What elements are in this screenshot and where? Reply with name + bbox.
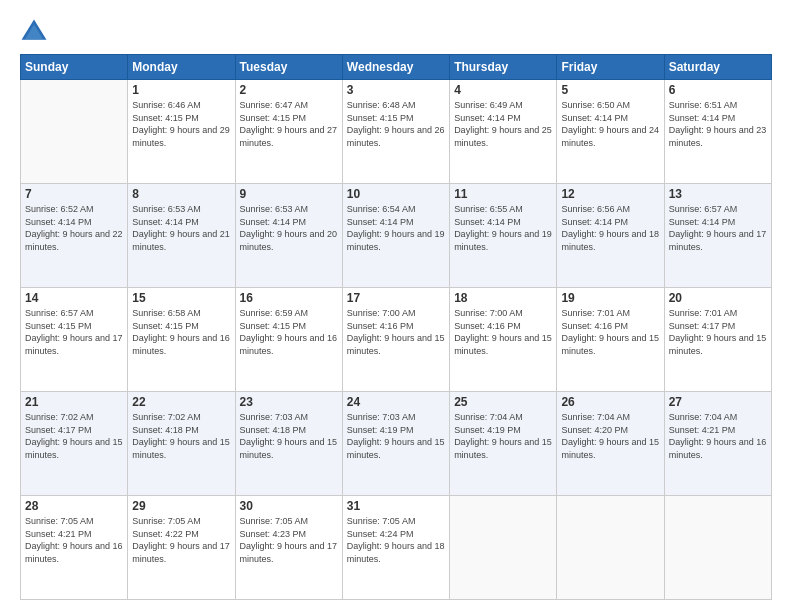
weekday-header-friday: Friday xyxy=(557,55,664,80)
day-number: 28 xyxy=(25,499,123,513)
calendar-cell: 13Sunrise: 6:57 AMSunset: 4:14 PMDayligh… xyxy=(664,184,771,288)
day-number: 14 xyxy=(25,291,123,305)
weekday-header-thursday: Thursday xyxy=(450,55,557,80)
calendar-header: SundayMondayTuesdayWednesdayThursdayFrid… xyxy=(21,55,772,80)
day-info: Sunrise: 6:55 AMSunset: 4:14 PMDaylight:… xyxy=(454,203,552,253)
calendar-page: SundayMondayTuesdayWednesdayThursdayFrid… xyxy=(0,0,792,612)
day-number: 19 xyxy=(561,291,659,305)
day-number: 26 xyxy=(561,395,659,409)
calendar-table: SundayMondayTuesdayWednesdayThursdayFrid… xyxy=(20,54,772,600)
day-number: 6 xyxy=(669,83,767,97)
day-info: Sunrise: 6:52 AMSunset: 4:14 PMDaylight:… xyxy=(25,203,123,253)
calendar-cell: 23Sunrise: 7:03 AMSunset: 4:18 PMDayligh… xyxy=(235,392,342,496)
day-number: 23 xyxy=(240,395,338,409)
day-info: Sunrise: 7:05 AMSunset: 4:23 PMDaylight:… xyxy=(240,515,338,565)
calendar-cell: 30Sunrise: 7:05 AMSunset: 4:23 PMDayligh… xyxy=(235,496,342,600)
calendar-cell: 6Sunrise: 6:51 AMSunset: 4:14 PMDaylight… xyxy=(664,80,771,184)
day-info: Sunrise: 7:05 AMSunset: 4:22 PMDaylight:… xyxy=(132,515,230,565)
logo-icon xyxy=(20,18,48,46)
day-info: Sunrise: 6:51 AMSunset: 4:14 PMDaylight:… xyxy=(669,99,767,149)
day-info: Sunrise: 6:57 AMSunset: 4:14 PMDaylight:… xyxy=(669,203,767,253)
calendar-cell: 21Sunrise: 7:02 AMSunset: 4:17 PMDayligh… xyxy=(21,392,128,496)
day-info: Sunrise: 6:58 AMSunset: 4:15 PMDaylight:… xyxy=(132,307,230,357)
day-number: 8 xyxy=(132,187,230,201)
day-number: 1 xyxy=(132,83,230,97)
day-number: 9 xyxy=(240,187,338,201)
day-info: Sunrise: 7:04 AMSunset: 4:21 PMDaylight:… xyxy=(669,411,767,461)
calendar-cell: 16Sunrise: 6:59 AMSunset: 4:15 PMDayligh… xyxy=(235,288,342,392)
day-number: 16 xyxy=(240,291,338,305)
day-number: 17 xyxy=(347,291,445,305)
calendar-cell: 14Sunrise: 6:57 AMSunset: 4:15 PMDayligh… xyxy=(21,288,128,392)
day-number: 21 xyxy=(25,395,123,409)
calendar-cell: 11Sunrise: 6:55 AMSunset: 4:14 PMDayligh… xyxy=(450,184,557,288)
calendar-cell: 4Sunrise: 6:49 AMSunset: 4:14 PMDaylight… xyxy=(450,80,557,184)
calendar-body: 1Sunrise: 6:46 AMSunset: 4:15 PMDaylight… xyxy=(21,80,772,600)
weekday-header-tuesday: Tuesday xyxy=(235,55,342,80)
day-info: Sunrise: 7:02 AMSunset: 4:18 PMDaylight:… xyxy=(132,411,230,461)
calendar-cell: 2Sunrise: 6:47 AMSunset: 4:15 PMDaylight… xyxy=(235,80,342,184)
calendar-cell xyxy=(664,496,771,600)
calendar-cell: 26Sunrise: 7:04 AMSunset: 4:20 PMDayligh… xyxy=(557,392,664,496)
calendar-cell: 31Sunrise: 7:05 AMSunset: 4:24 PMDayligh… xyxy=(342,496,449,600)
day-info: Sunrise: 6:46 AMSunset: 4:15 PMDaylight:… xyxy=(132,99,230,149)
day-number: 15 xyxy=(132,291,230,305)
day-info: Sunrise: 7:02 AMSunset: 4:17 PMDaylight:… xyxy=(25,411,123,461)
logo xyxy=(20,18,52,46)
day-number: 4 xyxy=(454,83,552,97)
calendar-cell: 20Sunrise: 7:01 AMSunset: 4:17 PMDayligh… xyxy=(664,288,771,392)
weekday-header-saturday: Saturday xyxy=(664,55,771,80)
weekday-header-row: SundayMondayTuesdayWednesdayThursdayFrid… xyxy=(21,55,772,80)
calendar-week-row: 14Sunrise: 6:57 AMSunset: 4:15 PMDayligh… xyxy=(21,288,772,392)
calendar-cell xyxy=(557,496,664,600)
calendar-cell: 24Sunrise: 7:03 AMSunset: 4:19 PMDayligh… xyxy=(342,392,449,496)
header xyxy=(20,18,772,46)
calendar-cell: 8Sunrise: 6:53 AMSunset: 4:14 PMDaylight… xyxy=(128,184,235,288)
calendar-cell: 18Sunrise: 7:00 AMSunset: 4:16 PMDayligh… xyxy=(450,288,557,392)
weekday-header-wednesday: Wednesday xyxy=(342,55,449,80)
day-number: 22 xyxy=(132,395,230,409)
calendar-week-row: 28Sunrise: 7:05 AMSunset: 4:21 PMDayligh… xyxy=(21,496,772,600)
day-info: Sunrise: 7:03 AMSunset: 4:19 PMDaylight:… xyxy=(347,411,445,461)
day-number: 25 xyxy=(454,395,552,409)
day-info: Sunrise: 6:49 AMSunset: 4:14 PMDaylight:… xyxy=(454,99,552,149)
calendar-cell: 28Sunrise: 7:05 AMSunset: 4:21 PMDayligh… xyxy=(21,496,128,600)
calendar-cell: 12Sunrise: 6:56 AMSunset: 4:14 PMDayligh… xyxy=(557,184,664,288)
calendar-cell: 9Sunrise: 6:53 AMSunset: 4:14 PMDaylight… xyxy=(235,184,342,288)
day-info: Sunrise: 7:05 AMSunset: 4:24 PMDaylight:… xyxy=(347,515,445,565)
calendar-cell xyxy=(21,80,128,184)
day-info: Sunrise: 6:50 AMSunset: 4:14 PMDaylight:… xyxy=(561,99,659,149)
day-info: Sunrise: 7:01 AMSunset: 4:16 PMDaylight:… xyxy=(561,307,659,357)
day-info: Sunrise: 6:53 AMSunset: 4:14 PMDaylight:… xyxy=(240,203,338,253)
day-info: Sunrise: 6:53 AMSunset: 4:14 PMDaylight:… xyxy=(132,203,230,253)
day-number: 10 xyxy=(347,187,445,201)
calendar-cell: 7Sunrise: 6:52 AMSunset: 4:14 PMDaylight… xyxy=(21,184,128,288)
day-info: Sunrise: 6:54 AMSunset: 4:14 PMDaylight:… xyxy=(347,203,445,253)
calendar-cell: 25Sunrise: 7:04 AMSunset: 4:19 PMDayligh… xyxy=(450,392,557,496)
day-info: Sunrise: 7:00 AMSunset: 4:16 PMDaylight:… xyxy=(347,307,445,357)
day-number: 3 xyxy=(347,83,445,97)
weekday-header-sunday: Sunday xyxy=(21,55,128,80)
day-number: 30 xyxy=(240,499,338,513)
weekday-header-monday: Monday xyxy=(128,55,235,80)
day-number: 27 xyxy=(669,395,767,409)
calendar-cell: 27Sunrise: 7:04 AMSunset: 4:21 PMDayligh… xyxy=(664,392,771,496)
day-number: 5 xyxy=(561,83,659,97)
calendar-cell: 29Sunrise: 7:05 AMSunset: 4:22 PMDayligh… xyxy=(128,496,235,600)
calendar-cell: 15Sunrise: 6:58 AMSunset: 4:15 PMDayligh… xyxy=(128,288,235,392)
calendar-cell: 3Sunrise: 6:48 AMSunset: 4:15 PMDaylight… xyxy=(342,80,449,184)
day-number: 31 xyxy=(347,499,445,513)
day-info: Sunrise: 7:05 AMSunset: 4:21 PMDaylight:… xyxy=(25,515,123,565)
day-info: Sunrise: 6:48 AMSunset: 4:15 PMDaylight:… xyxy=(347,99,445,149)
calendar-cell: 17Sunrise: 7:00 AMSunset: 4:16 PMDayligh… xyxy=(342,288,449,392)
day-number: 7 xyxy=(25,187,123,201)
day-number: 18 xyxy=(454,291,552,305)
day-info: Sunrise: 7:03 AMSunset: 4:18 PMDaylight:… xyxy=(240,411,338,461)
day-number: 24 xyxy=(347,395,445,409)
calendar-week-row: 1Sunrise: 6:46 AMSunset: 4:15 PMDaylight… xyxy=(21,80,772,184)
day-number: 12 xyxy=(561,187,659,201)
calendar-cell: 19Sunrise: 7:01 AMSunset: 4:16 PMDayligh… xyxy=(557,288,664,392)
day-info: Sunrise: 6:47 AMSunset: 4:15 PMDaylight:… xyxy=(240,99,338,149)
day-info: Sunrise: 7:04 AMSunset: 4:20 PMDaylight:… xyxy=(561,411,659,461)
calendar-cell: 22Sunrise: 7:02 AMSunset: 4:18 PMDayligh… xyxy=(128,392,235,496)
